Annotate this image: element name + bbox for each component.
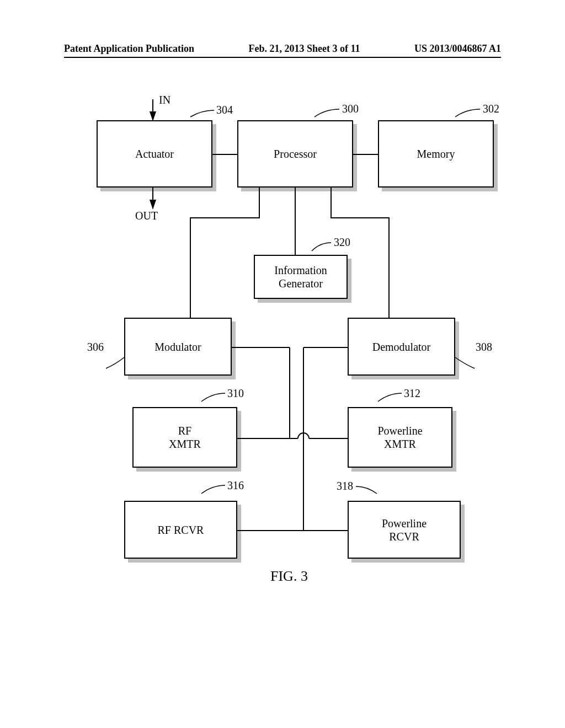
figure-caption: FIG. 3 — [270, 568, 308, 585]
infogen-label-1: Information — [274, 264, 327, 277]
block-diagram: IN OUT 304 300 302 320 306 308 310 312 3… — [72, 94, 497, 601]
demodulator-box: Demodulator — [348, 318, 455, 376]
ref-304: 304 — [216, 104, 233, 116]
actuator-box: Actuator — [97, 120, 212, 188]
page: Patent Application Publication Feb. 21, … — [0, 0, 565, 728]
demodulator-label: Demodulator — [372, 340, 431, 354]
ref-308: 308 — [476, 341, 492, 354]
powerline-xmtr-box: Powerline XMTR — [348, 407, 452, 468]
processor-box: Processor — [237, 120, 353, 188]
header-right: US 2013/0046867 A1 — [414, 43, 501, 55]
processor-label: Processor — [274, 147, 317, 160]
page-header: Patent Application Publication Feb. 21, … — [64, 43, 501, 58]
ref-306: 306 — [87, 341, 104, 354]
rf-xmtr-box: RF XMTR — [132, 407, 237, 468]
ref-312: 312 — [404, 387, 420, 400]
in-label: IN — [159, 94, 170, 106]
infogen-box: Information Generator — [254, 255, 348, 299]
ref-310: 310 — [227, 387, 244, 400]
pl-rcvr-label-2: RCVR — [382, 530, 427, 543]
ref-318: 318 — [337, 480, 353, 493]
actuator-label: Actuator — [135, 147, 174, 160]
infogen-label-2: Generator — [274, 277, 327, 290]
ref-302: 302 — [483, 103, 499, 115]
memory-label: Memory — [417, 147, 455, 160]
pl-xmtr-label-2: XMTR — [377, 437, 422, 451]
rf-rcvr-box: RF RCVR — [124, 501, 237, 559]
header-center: Feb. 21, 2013 Sheet 3 of 11 — [249, 43, 360, 55]
modulator-label: Modulator — [154, 340, 201, 354]
rf-xmtr-label-2: XMTR — [169, 437, 201, 451]
powerline-rcvr-box: Powerline RCVR — [348, 501, 461, 559]
rf-xmtr-label-1: RF — [169, 424, 201, 437]
memory-box: Memory — [378, 120, 494, 188]
ref-320: 320 — [334, 236, 350, 249]
header-left: Patent Application Publication — [64, 43, 194, 55]
pl-rcvr-label-1: Powerline — [382, 517, 427, 530]
out-label: OUT — [135, 210, 158, 222]
ref-300: 300 — [342, 103, 359, 115]
pl-xmtr-label-1: Powerline — [377, 424, 422, 437]
rf-rcvr-label: RF RCVR — [158, 523, 204, 537]
modulator-box: Modulator — [124, 318, 232, 376]
ref-316: 316 — [227, 479, 244, 492]
